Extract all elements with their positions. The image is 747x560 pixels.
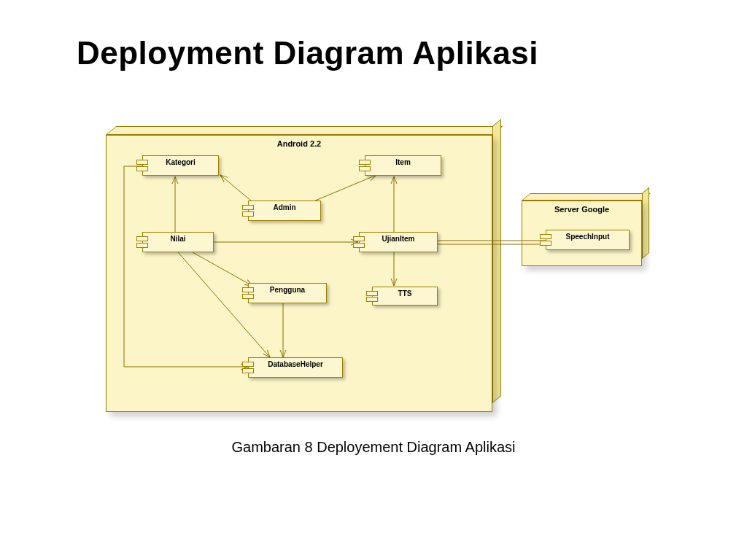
page-title: Deployment Diagram Aplikasi <box>77 35 538 71</box>
node-server-label: Server Google <box>522 205 642 214</box>
component-tts-label: TTS <box>373 289 437 298</box>
component-nilai-label: Nilai <box>143 235 213 243</box>
component-nilai: Nilai <box>142 232 214 252</box>
figure-caption: Gambaran 8 Deployement Diagram Aplikasi <box>0 439 747 456</box>
component-speechinput: SpeechInput <box>546 230 630 250</box>
component-kategori: Kategori <box>142 155 219 176</box>
component-tts: TTS <box>372 287 438 306</box>
component-ujianitem: UjianItem <box>359 232 438 252</box>
component-databasehelper-label: DatabaseHelper <box>249 360 342 368</box>
component-admin-label: Admin <box>249 203 320 211</box>
component-kategori-label: Kategori <box>143 158 218 166</box>
component-admin: Admin <box>248 201 321 221</box>
component-pengguna-label: Pengguna <box>249 286 326 294</box>
component-ujianitem-label: UjianItem <box>360 235 437 243</box>
component-item: Item <box>365 155 441 176</box>
component-pengguna: Pengguna <box>248 283 327 303</box>
component-item-label: Item <box>365 158 441 166</box>
node-android-label: Android 2.2 <box>106 139 492 148</box>
component-speechinput-label: SpeechInput <box>546 233 629 241</box>
component-databasehelper: DatabaseHelper <box>248 357 343 378</box>
